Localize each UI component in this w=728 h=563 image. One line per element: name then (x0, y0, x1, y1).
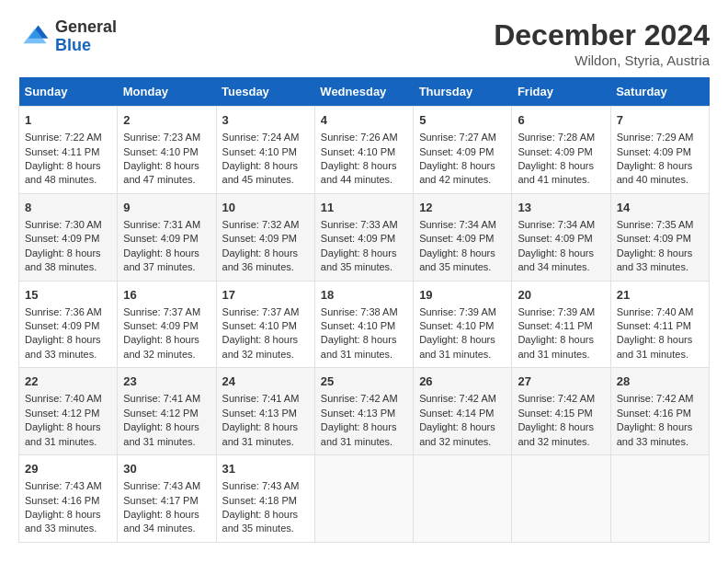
sunset-label: Sunset: 4:10 PM (419, 320, 494, 331)
sunset-label: Sunset: 4:10 PM (222, 146, 297, 157)
sunset-label: Sunset: 4:12 PM (25, 408, 99, 419)
daylight-label: Daylight: 8 hours and 45 minutes. (222, 160, 299, 185)
sunrise-label: Sunrise: 7:42 AM (617, 393, 694, 404)
sunset-label: Sunset: 4:09 PM (518, 146, 592, 157)
sunrise-label: Sunrise: 7:43 AM (25, 480, 102, 491)
sunrise-label: Sunrise: 7:33 AM (321, 219, 398, 230)
sunset-label: Sunset: 4:10 PM (321, 320, 395, 331)
sunset-label: Sunset: 4:16 PM (25, 495, 99, 506)
day-number: 7 (617, 112, 703, 129)
sunrise-label: Sunrise: 7:24 AM (222, 132, 300, 143)
calendar-cell: 30 Sunrise: 7:43 AM Sunset: 4:17 PM Dayl… (118, 455, 216, 543)
sunset-label: Sunset: 4:09 PM (419, 146, 494, 157)
calendar-cell: 17 Sunrise: 7:37 AM Sunset: 4:10 PM Dayl… (216, 281, 314, 368)
sunset-label: Sunset: 4:10 PM (222, 320, 297, 331)
daylight-label: Daylight: 8 hours and 41 minutes. (518, 160, 594, 185)
day-number: 15 (25, 287, 111, 304)
sunset-label: Sunset: 4:11 PM (518, 320, 592, 331)
sunrise-label: Sunrise: 7:42 AM (419, 393, 496, 404)
daylight-label: Daylight: 8 hours and 32 minutes. (222, 334, 299, 359)
daylight-label: Daylight: 8 hours and 31 minutes. (321, 334, 397, 359)
daylight-label: Daylight: 8 hours and 44 minutes. (321, 160, 397, 185)
sunset-label: Sunset: 4:09 PM (123, 320, 198, 331)
calendar-cell (610, 455, 709, 543)
day-number: 16 (123, 287, 210, 304)
sunrise-label: Sunrise: 7:42 AM (518, 393, 595, 404)
daylight-label: Daylight: 8 hours and 33 minutes. (25, 509, 101, 534)
sunset-label: Sunset: 4:18 PM (222, 495, 297, 506)
week-row-4: 22 Sunrise: 7:40 AM Sunset: 4:12 PM Dayl… (19, 368, 710, 455)
calendar-cell: 11 Sunrise: 7:33 AM Sunset: 4:09 PM Dayl… (314, 193, 413, 281)
sunrise-label: Sunrise: 7:34 AM (518, 219, 595, 230)
daylight-label: Daylight: 8 hours and 31 minutes. (222, 421, 299, 446)
daylight-label: Daylight: 8 hours and 40 minutes. (617, 160, 693, 185)
daylight-label: Daylight: 8 hours and 33 minutes. (25, 334, 101, 359)
daylight-label: Daylight: 8 hours and 47 minutes. (123, 160, 199, 185)
daylight-label: Daylight: 8 hours and 32 minutes. (518, 421, 594, 446)
daylight-label: Daylight: 8 hours and 32 minutes. (123, 334, 199, 359)
calendar-cell: 21 Sunrise: 7:40 AM Sunset: 4:11 PM Dayl… (610, 281, 709, 368)
calendar-cell: 13 Sunrise: 7:34 AM Sunset: 4:09 PM Dayl… (512, 193, 610, 281)
day-number: 30 (123, 461, 210, 477)
sunset-label: Sunset: 4:13 PM (222, 408, 297, 419)
day-number: 23 (123, 373, 210, 390)
calendar-cell: 3 Sunrise: 7:24 AM Sunset: 4:10 PM Dayli… (216, 107, 314, 194)
sunrise-label: Sunrise: 7:32 AM (222, 219, 300, 230)
sunset-label: Sunset: 4:09 PM (419, 233, 494, 244)
week-row-5: 29 Sunrise: 7:43 AM Sunset: 4:16 PM Dayl… (19, 455, 710, 543)
calendar-cell: 19 Sunrise: 7:39 AM Sunset: 4:10 PM Dayl… (414, 281, 512, 368)
day-number: 31 (222, 461, 309, 477)
main-title: December 2024 (494, 18, 710, 52)
day-number: 8 (25, 200, 111, 216)
day-number: 9 (123, 200, 210, 216)
calendar-cell: 12 Sunrise: 7:34 AM Sunset: 4:09 PM Dayl… (414, 193, 512, 281)
sunrise-label: Sunrise: 7:29 AM (617, 132, 694, 143)
sunset-label: Sunset: 4:09 PM (123, 233, 198, 244)
title-area: December 2024 Wildon, Styria, Austria (494, 18, 710, 68)
calendar-header-monday: Monday (118, 77, 216, 107)
day-number: 22 (25, 373, 111, 390)
calendar-cell: 6 Sunrise: 7:28 AM Sunset: 4:09 PM Dayli… (512, 107, 610, 194)
day-number: 20 (518, 287, 604, 304)
day-number: 11 (321, 200, 407, 216)
sunrise-label: Sunrise: 7:37 AM (222, 306, 300, 317)
calendar-header-thursday: Thursday (414, 77, 512, 107)
daylight-label: Daylight: 8 hours and 35 minutes. (222, 509, 299, 534)
calendar-cell: 24 Sunrise: 7:41 AM Sunset: 4:13 PM Dayl… (216, 368, 314, 455)
daylight-label: Daylight: 8 hours and 36 minutes. (222, 247, 299, 272)
day-number: 4 (321, 112, 407, 129)
sunrise-label: Sunrise: 7:36 AM (25, 306, 102, 317)
calendar-cell: 15 Sunrise: 7:36 AM Sunset: 4:09 PM Dayl… (19, 281, 118, 368)
calendar-cell: 8 Sunrise: 7:30 AM Sunset: 4:09 PM Dayli… (19, 193, 118, 281)
daylight-label: Daylight: 8 hours and 33 minutes. (617, 247, 693, 272)
calendar-cell (414, 455, 512, 543)
calendar-cell: 25 Sunrise: 7:42 AM Sunset: 4:13 PM Dayl… (314, 368, 413, 455)
calendar-cell: 23 Sunrise: 7:41 AM Sunset: 4:12 PM Dayl… (118, 368, 216, 455)
day-number: 24 (222, 373, 309, 390)
calendar-cell (512, 455, 610, 543)
sunrise-label: Sunrise: 7:41 AM (222, 393, 300, 404)
day-number: 12 (419, 200, 506, 216)
day-number: 21 (617, 287, 703, 304)
day-number: 3 (222, 112, 309, 129)
sunrise-label: Sunrise: 7:38 AM (321, 306, 398, 317)
daylight-label: Daylight: 8 hours and 31 minutes. (518, 334, 594, 359)
calendar-cell: 29 Sunrise: 7:43 AM Sunset: 4:16 PM Dayl… (19, 455, 118, 543)
daylight-label: Daylight: 8 hours and 34 minutes. (123, 509, 199, 534)
sunset-label: Sunset: 4:09 PM (222, 233, 297, 244)
calendar-cell: 1 Sunrise: 7:22 AM Sunset: 4:11 PM Dayli… (19, 107, 118, 194)
sunrise-label: Sunrise: 7:40 AM (25, 393, 102, 404)
daylight-label: Daylight: 8 hours and 48 minutes. (25, 160, 101, 185)
week-row-2: 8 Sunrise: 7:30 AM Sunset: 4:09 PM Dayli… (19, 193, 710, 281)
logo-text: General Blue (55, 18, 117, 55)
calendar-cell (314, 455, 413, 543)
daylight-label: Daylight: 8 hours and 42 minutes. (419, 160, 495, 185)
daylight-label: Daylight: 8 hours and 33 minutes. (617, 421, 693, 446)
sunrise-label: Sunrise: 7:30 AM (25, 219, 102, 230)
sunrise-label: Sunrise: 7:43 AM (222, 480, 300, 491)
day-number: 13 (518, 200, 604, 216)
logo-icon (18, 20, 51, 53)
daylight-label: Daylight: 8 hours and 31 minutes. (617, 334, 693, 359)
day-number: 1 (25, 112, 111, 129)
sunset-label: Sunset: 4:12 PM (123, 408, 198, 419)
